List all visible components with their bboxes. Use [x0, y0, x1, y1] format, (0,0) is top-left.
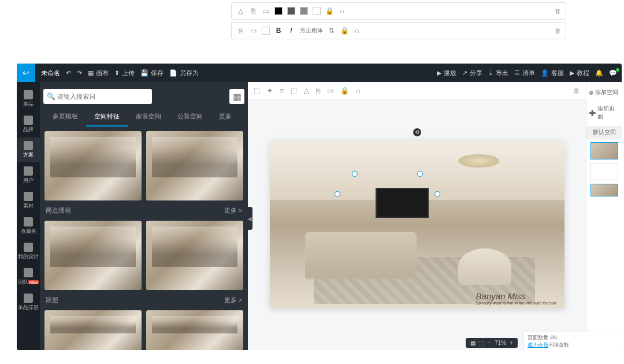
nav-item-material[interactable]: 素材 — [17, 188, 40, 213]
undo-button[interactable]: ↶ — [66, 69, 71, 77]
bold-button[interactable]: B — [274, 27, 283, 35]
logo-button[interactable]: ↩ — [17, 64, 35, 82]
page-thumb[interactable] — [590, 142, 618, 159]
copy-icon[interactable]: ⎘ — [249, 7, 257, 15]
bell-icon[interactable]: 🔔 — [595, 69, 603, 77]
nav-item-user[interactable]: 用户 — [17, 163, 40, 187]
swatch-dark[interactable] — [287, 7, 295, 15]
side-panel: 🔍 ▦ 多页模板 空间特征 家装空间 公装空间 更多 两点透视 更多 > — [40, 64, 248, 350]
align-icon[interactable]: ≡ — [280, 87, 284, 95]
zoom-out-button[interactable]: − — [488, 340, 491, 346]
thumb[interactable] — [146, 310, 243, 350]
canvas-button[interactable]: ▦ 画布 — [88, 69, 109, 77]
add-page-button[interactable]: ➕ 添加页面 — [586, 102, 622, 124]
stage[interactable]: Banyan Miss So really want to him in the… — [248, 99, 586, 350]
upgrade-link[interactable]: 成为会员 — [528, 342, 548, 348]
artwork[interactable]: Banyan Miss So really want to him in the… — [270, 141, 564, 309]
list-button[interactable]: ☰ 清单 — [514, 69, 535, 77]
tutorial-button[interactable]: ▶ 教程 — [570, 69, 589, 77]
copy-icon[interactable]: ⎘ — [316, 87, 320, 95]
signature-text: Banyan Miss So really want to him in the… — [476, 291, 556, 305]
lock-icon[interactable]: 🔒 — [340, 87, 349, 95]
font-select[interactable]: 方正粗体 — [300, 27, 323, 35]
zoom-value: 71% — [495, 340, 506, 346]
selection-handle[interactable] — [417, 171, 423, 177]
print-icon[interactable]: ▭ — [249, 27, 257, 35]
nav-item-scheme[interactable]: 方案 — [17, 138, 40, 162]
swatch-white[interactable] — [262, 27, 270, 35]
saveas-button[interactable]: 📄 另存为 — [169, 69, 199, 77]
grid-icon[interactable]: ▦ — [470, 340, 476, 346]
search-input[interactable] — [43, 89, 152, 104]
trash-icon[interactable]: 🗑 — [573, 87, 580, 95]
floating-toolbar-1: △ ⎘ ▭ 🔒 ∩ 🗑 — [231, 2, 566, 20]
floating-toolbar-2: ⎘ ▭ B I 方正粗体 ⇅ 🔒 ∩ 🗑 — [231, 22, 566, 39]
tabs: 多页模板 空间特征 家装空间 公装空间 更多 — [40, 107, 248, 127]
nav-item-team[interactable]: 团队New — [17, 265, 40, 289]
thumb[interactable] — [44, 131, 142, 200]
nav-item-float[interactable]: 单品浮层 — [17, 290, 40, 314]
play-button[interactable]: ▶ 播放 — [437, 69, 456, 77]
rotate-handle[interactable]: ⟲ — [413, 128, 421, 136]
flip-icon[interactable]: △ — [304, 87, 309, 95]
tab-home[interactable]: 家装空间 — [128, 107, 169, 127]
fit-icon[interactable]: ⬚ — [479, 340, 484, 346]
add-space-button[interactable]: ⊕ 添加空间 — [586, 86, 622, 99]
swatch-black[interactable] — [274, 7, 283, 15]
panel-collapse-handle[interactable]: ◀ — [247, 207, 252, 230]
crop-icon[interactable]: ⬚ — [291, 87, 297, 95]
nav-item-favorite[interactable]: 收藏夹 — [17, 214, 40, 238]
page-thumb[interactable] — [590, 184, 618, 196]
service-button[interactable]: 👤 客服 — [541, 69, 564, 77]
tab-template[interactable]: 多页模板 — [44, 107, 86, 127]
tab-feature[interactable]: 空间特征 — [86, 107, 128, 127]
zoom-in-button[interactable]: + — [510, 340, 513, 346]
thumb[interactable] — [146, 221, 243, 290]
export-button[interactable]: ⇣ 导出 — [488, 69, 508, 77]
print-icon[interactable]: ▭ — [262, 7, 270, 15]
more-link[interactable]: 更多 > — [224, 296, 242, 304]
thumb[interactable] — [44, 221, 142, 290]
selection-handle[interactable] — [352, 171, 358, 177]
tv-shape — [376, 188, 429, 218]
page-count: 页面数量 3/5 — [528, 334, 618, 341]
search-bar: 🔍 ▦ — [40, 86, 248, 107]
selection-handle[interactable] — [335, 191, 340, 197]
gallery: 两点透视 更多 > 跃层 更多 > — [40, 127, 248, 350]
swatch-white[interactable] — [313, 7, 321, 15]
tab-public[interactable]: 公装空间 — [169, 107, 211, 127]
lock-icon[interactable]: 🔒 — [340, 27, 348, 35]
trash-icon[interactable]: 🗑 — [555, 27, 561, 34]
layer-icon[interactable]: ▭ — [327, 87, 333, 95]
more-link[interactable]: 更多 > — [224, 206, 242, 215]
chat-icon[interactable]: 💬 — [609, 69, 617, 77]
arch-icon[interactable]: ∩ — [356, 87, 361, 95]
share-button[interactable]: ↗ 分享 — [462, 69, 482, 77]
arch-icon[interactable]: ∩ — [353, 27, 361, 35]
section-header: 跃层 更多 > — [44, 294, 243, 307]
page-thumb-blank[interactable] — [590, 163, 618, 180]
redo-button[interactable]: ↷ — [77, 69, 82, 77]
search-icon: 🔍 — [47, 92, 55, 101]
copy-icon[interactable]: ⎘ — [236, 27, 244, 35]
grid-toggle-icon[interactable]: ▦ — [229, 89, 244, 104]
updown-icon[interactable]: ⇅ — [328, 27, 336, 35]
magic-icon[interactable]: ✦ — [267, 87, 273, 95]
arch-icon[interactable]: ∩ — [338, 7, 346, 15]
thumb[interactable] — [44, 310, 142, 350]
default-space-label: 默认空间 — [586, 126, 622, 139]
warning-icon[interactable]: △ — [236, 7, 244, 15]
tab-more[interactable]: 更多 — [211, 107, 240, 127]
trash-icon[interactable]: 🗑 — [555, 8, 561, 14]
swatch-gray[interactable] — [300, 7, 308, 15]
nav-item-brand[interactable]: 品牌 — [17, 112, 40, 136]
italic-button[interactable]: I — [287, 27, 295, 35]
upload-button[interactable]: ⬆ 上传 — [114, 69, 135, 77]
select-icon[interactable]: ⬚ — [254, 87, 260, 95]
thumb[interactable] — [146, 131, 243, 200]
nav-item-mydesign[interactable]: 我的设计 — [17, 239, 40, 263]
nav-item-product[interactable]: 单品 — [17, 87, 40, 111]
save-button[interactable]: 💾 保存 — [140, 69, 164, 77]
lock-icon[interactable]: 🔒 — [325, 7, 333, 15]
selection-handle[interactable] — [434, 191, 440, 197]
